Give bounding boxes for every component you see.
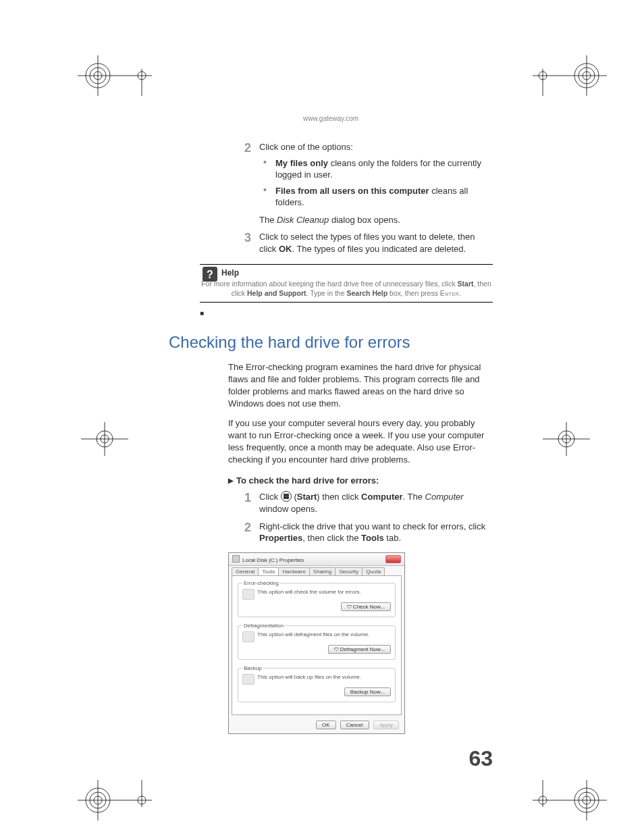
tab-security[interactable]: Security — [335, 567, 363, 575]
step-number: 2 — [228, 141, 259, 226]
section-end-icon: ■ — [200, 309, 493, 317]
group-error-checking: Error-checking This option will check th… — [238, 580, 396, 617]
group-defragmentation: Defragmentation This option will defragm… — [238, 623, 396, 660]
bullet-item: • Files from all users on this computer … — [259, 185, 493, 209]
help-body: For more information about keeping the h… — [201, 280, 491, 297]
tab-tools[interactable]: Tools — [258, 567, 279, 575]
tab-general[interactable]: General — [232, 567, 259, 575]
bullet-icon: • — [259, 185, 275, 209]
ok-button[interactable]: OK — [316, 721, 336, 729]
dialog-footer: OK Cancel Apply — [229, 718, 404, 733]
bullet-icon: • — [259, 157, 275, 181]
step-followup: The Disk Cleanup dialog box opens. — [259, 214, 493, 226]
tab-sharing[interactable]: Sharing — [309, 567, 336, 575]
help-title: Help — [221, 267, 493, 278]
triangle-icon: ▶ — [228, 477, 234, 484]
crop-mark-icon — [78, 55, 159, 103]
step-number: 2 — [228, 521, 259, 544]
step-number: 3 — [228, 231, 259, 255]
bullet-item: • My files only cleans only the folders … — [259, 157, 493, 181]
dialog-tabs: General Tools Hardware Sharing Security … — [229, 566, 404, 575]
crop-mark-icon — [539, 419, 593, 459]
defrag-icon — [242, 631, 254, 642]
crop-mark-icon — [526, 773, 607, 820]
crop-mark-icon — [526, 55, 607, 103]
step-text: Click one of the options: — [259, 141, 493, 153]
help-icon: ? — [203, 267, 217, 282]
check-now-button[interactable]: Check Now... — [341, 602, 391, 611]
check-disk-icon — [242, 589, 254, 600]
paragraph: If you use your computer several hours e… — [228, 417, 493, 467]
crop-mark-icon — [78, 419, 132, 459]
start-orb-icon — [281, 491, 292, 502]
help-box: ? Help For more information about keepin… — [200, 264, 493, 303]
check-step-1: 1 Click (Start) then click Computer. The… — [228, 491, 493, 515]
apply-button[interactable]: Apply — [373, 721, 399, 729]
header-url: www.gateway.com — [169, 115, 493, 122]
paragraph: The Error-checking program examines the … — [228, 361, 493, 411]
properties-dialog: Local Disk (C:) Properties General Tools… — [228, 552, 405, 734]
step-2: 2 Click one of the options: • My files o… — [228, 141, 493, 226]
dialog-title: Local Disk (C:) Properties — [242, 557, 304, 563]
tab-quota[interactable]: Quota — [362, 567, 385, 575]
page-number: 63 — [468, 746, 493, 771]
crop-mark-icon — [78, 773, 159, 820]
step-number: 1 — [228, 491, 259, 515]
tab-hardware[interactable]: Hardware — [278, 567, 310, 575]
procedure-heading: ▶To check the hard drive for errors: — [228, 475, 493, 486]
check-step-2: 2 Right-click the drive that you want to… — [228, 521, 493, 544]
backup-icon — [242, 674, 254, 685]
cancel-button[interactable]: Cancel — [340, 721, 369, 729]
step-3: 3 Click to select the types of files you… — [228, 231, 493, 255]
close-icon[interactable] — [385, 555, 401, 563]
defragment-now-button[interactable]: Defragment Now... — [328, 645, 391, 654]
backup-now-button[interactable]: Backup Now... — [344, 687, 391, 696]
drive-icon — [232, 555, 240, 563]
group-backup: Backup This option will back up files on… — [238, 665, 396, 702]
dialog-titlebar: Local Disk (C:) Properties — [229, 553, 404, 566]
section-heading: Checking the hard drive for errors — [169, 333, 493, 352]
